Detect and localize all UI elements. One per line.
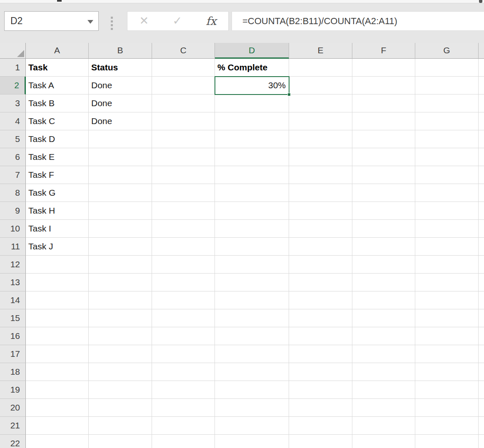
gridline-vertical — [478, 59, 479, 448]
select-all-button[interactable] — [0, 43, 26, 59]
cell-D2[interactable]: 30% — [215, 77, 289, 95]
formula-text: =COUNTA(B2:B11)/COUNTA(A2:A11) — [242, 16, 397, 26]
row-header-5[interactable]: 5 — [0, 130, 26, 148]
cell-A2[interactable]: Task A — [26, 77, 89, 95]
cell-A4[interactable]: Task C — [26, 112, 89, 130]
row-header-18[interactable]: 18 — [0, 363, 26, 381]
cancel-icon[interactable]: ✕ — [140, 15, 149, 27]
cell-A9[interactable]: Task H — [26, 202, 89, 220]
name-box-value: D2 — [10, 15, 22, 26]
row-header-13[interactable]: 13 — [0, 274, 26, 291]
name-box[interactable]: D2 — [4, 11, 99, 31]
enter-icon[interactable]: ✓ — [172, 15, 182, 27]
row-header-8[interactable]: 8 — [0, 184, 26, 202]
row-header-11[interactable]: 11 — [0, 238, 26, 256]
cell-A6[interactable]: Task E — [26, 148, 89, 166]
ribbon-edge-artifact-left — [57, 0, 62, 2]
select-all-triangle-icon — [17, 50, 24, 57]
formula-toolbar: ✕ ✓ fx — [127, 11, 229, 31]
row-header-22[interactable]: 22 — [0, 435, 26, 448]
row-header-1[interactable]: 1 — [0, 59, 26, 77]
cell-B3[interactable]: Done — [89, 95, 152, 112]
cell-D1[interactable]: % Complete — [215, 59, 289, 77]
row-header-16[interactable]: 16 — [0, 327, 26, 345]
cell-A7[interactable]: Task F — [26, 166, 89, 184]
cell-A5[interactable]: Task D — [26, 130, 89, 148]
row-header-2[interactable]: 2 — [0, 77, 26, 95]
row-header-14[interactable]: 14 — [0, 291, 26, 309]
name-box-dropdown-icon[interactable] — [87, 20, 93, 24]
row-header-20[interactable]: 20 — [0, 399, 26, 417]
column-header-D[interactable]: D — [215, 43, 289, 59]
cell-A1[interactable]: Task — [26, 59, 89, 77]
cell-A11[interactable]: Task J — [26, 238, 89, 256]
gridline-vertical — [352, 59, 352, 448]
row-header-7[interactable]: 7 — [0, 166, 26, 184]
cell-B2[interactable]: Done — [89, 77, 152, 95]
cell-A8[interactable]: Task G — [26, 184, 89, 202]
row-header-10[interactable]: 10 — [0, 220, 26, 238]
cell-A10[interactable]: Task I — [26, 220, 89, 238]
fill-handle[interactable] — [287, 93, 291, 96]
sheet-grid: ABCDEFG123456789101112131415161718192021… — [0, 43, 484, 448]
cell-B1[interactable]: Status — [89, 59, 152, 77]
row-header-21[interactable]: 21 — [0, 417, 26, 435]
insert-function-icon[interactable]: fx — [206, 15, 216, 27]
column-header-E[interactable]: E — [289, 43, 352, 59]
gridline-vertical — [289, 59, 289, 448]
gridline-vertical — [215, 59, 215, 448]
column-header-A[interactable]: A — [26, 43, 89, 59]
row-header-3[interactable]: 3 — [0, 95, 26, 112]
formula-bar-row: D2 ✕ ✓ fx =COUNTA(B2:B11)/COUNTA(A2:A11) — [0, 3, 484, 43]
row-header-17[interactable]: 17 — [0, 345, 26, 363]
cell-B4[interactable]: Done — [89, 112, 152, 130]
column-header-F[interactable]: F — [352, 43, 415, 59]
column-header-B[interactable]: B — [89, 43, 152, 59]
formula-bar[interactable]: =COUNTA(B2:B11)/COUNTA(A2:A11) — [232, 11, 484, 31]
formula-bar-grip-handle — [111, 17, 113, 32]
row-header-12[interactable]: 12 — [0, 256, 26, 274]
cell-A3[interactable]: Task B — [26, 95, 89, 112]
column-header-G[interactable]: G — [415, 43, 479, 59]
row-header-9[interactable]: 9 — [0, 202, 26, 220]
gridline-vertical — [415, 59, 415, 448]
row-header-4[interactable]: 4 — [0, 112, 26, 130]
column-header-partial[interactable] — [479, 43, 484, 59]
column-header-C[interactable]: C — [152, 43, 215, 59]
ribbon-bottom-strip — [0, 0, 484, 3]
row-header-15[interactable]: 15 — [0, 309, 26, 327]
row-header-19[interactable]: 19 — [0, 381, 26, 399]
ribbon-edge-artifact-right — [479, 0, 482, 3]
row-header-6[interactable]: 6 — [0, 148, 26, 166]
